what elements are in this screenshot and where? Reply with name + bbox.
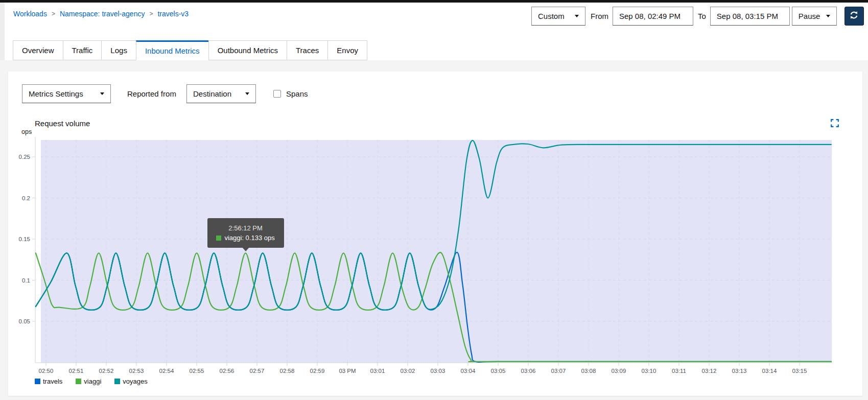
x-tick-label: 02:54 — [159, 368, 174, 374]
x-tick-label: 02:56 — [220, 368, 234, 374]
caret-down-icon — [245, 92, 249, 95]
caret-down-icon — [826, 15, 830, 17]
tooltip-time: 2:56:12 PM — [228, 224, 263, 232]
to-datetime-input[interactable]: Sep 08, 03:15 PM — [710, 7, 790, 26]
spans-control: Spans — [273, 84, 308, 103]
reported-from-label: Reported from — [127, 84, 176, 103]
y-tick-label: 0.25 — [19, 154, 30, 160]
x-tick-label: 03:14 — [762, 368, 777, 374]
workload-detail-tabs: Overview Traffic Logs Inbound Metrics Ou… — [13, 40, 367, 60]
y-tick-label: 0.1 — [22, 277, 30, 284]
refresh-button[interactable] — [844, 7, 864, 26]
tab-overview[interactable]: Overview — [13, 40, 63, 60]
to-datetime-value: Sep 08, 03:15 PM — [717, 12, 778, 20]
tab-traces[interactable]: Traces — [287, 40, 328, 60]
metrics-toolbar: Metrics Settings Reported from Destinati… — [8, 84, 862, 103]
x-tick-label: 03:13 — [732, 368, 747, 374]
spans-label: Spans — [286, 89, 308, 98]
x-tick-label: 02:58 — [280, 368, 295, 374]
legend-item-voyages[interactable]: voyages — [114, 378, 147, 385]
y-tick-label: 0.15 — [19, 236, 30, 242]
tab-inbound-metrics[interactable]: Inbound Metrics — [136, 40, 209, 60]
breadcrumb-link-workloads[interactable]: Workloads — [13, 10, 47, 18]
x-tick-label: 02:59 — [310, 368, 325, 374]
x-tick-label: 03:04 — [461, 368, 476, 374]
legend-swatch-voyages — [114, 379, 120, 384]
refresh-interval-value: Pause — [799, 12, 820, 20]
x-tick-label: 03:10 — [642, 368, 656, 374]
metrics-card: 0.050.10.150.20.2502:5002:5102:5202:5302… — [8, 72, 862, 396]
breadcrumb: Workloads > Namespace: travel-agency > t… — [13, 10, 189, 18]
x-tick-label: 03:02 — [401, 368, 415, 374]
y-tick-label: 0.05 — [19, 318, 30, 324]
x-tick-label: 03:09 — [612, 368, 626, 374]
metrics-settings-label: Metrics Settings — [29, 89, 83, 98]
tooltip-caret — [242, 247, 249, 251]
page-background-band — [0, 60, 868, 72]
reported-from-select[interactable]: Destination — [186, 84, 256, 103]
caret-down-icon — [100, 92, 104, 95]
duration-select-value: Custom — [538, 12, 565, 20]
tab-outbound-metrics[interactable]: Outbound Metrics — [208, 40, 287, 60]
breadcrumb-separator: > — [149, 10, 153, 17]
legend-label: voyages — [123, 378, 147, 385]
plot-area-background — [41, 140, 832, 363]
tab-traffic[interactable]: Traffic — [63, 40, 102, 60]
x-tick-label: 03:01 — [370, 368, 385, 374]
x-tick-label: 03:06 — [521, 368, 536, 374]
y-tick-label: 0.2 — [22, 195, 30, 201]
x-tick-label: 03:03 — [431, 368, 445, 374]
refresh-interval-select[interactable]: Pause — [792, 7, 837, 26]
x-tick-label: 03:15 — [792, 368, 807, 374]
reported-from-value: Destination — [193, 89, 231, 98]
masthead-edge — [0, 0, 868, 3]
from-label: From — [591, 12, 608, 20]
x-tick-label: 02:52 — [99, 368, 114, 374]
metrics-settings-dropdown[interactable]: Metrics Settings — [22, 84, 111, 103]
legend-item-travels[interactable]: travels — [35, 378, 62, 385]
time-range-controls: Custom From Sep 08, 02:49 PM To Sep 08, … — [531, 6, 864, 26]
legend-item-viaggi[interactable]: viaggi — [76, 378, 101, 385]
chart-legend: travelsviaggivoyages — [35, 378, 148, 385]
legend-label: travels — [43, 378, 62, 385]
x-tick-label: 02:53 — [129, 368, 144, 374]
breadcrumb-link-namespace[interactable]: Namespace: travel-agency — [60, 10, 145, 18]
x-tick-label: 02:51 — [69, 368, 84, 374]
duration-select[interactable]: Custom — [531, 7, 585, 26]
request-volume-chart[interactable]: 0.050.10.150.20.2502:5002:5102:5202:5302… — [8, 72, 862, 396]
caret-down-icon — [575, 15, 579, 17]
expand-chart-button[interactable] — [831, 119, 839, 127]
x-tick-label: 03:12 — [702, 368, 717, 374]
tab-envoy[interactable]: Envoy — [327, 40, 367, 60]
x-tick-label: 03:08 — [581, 368, 596, 374]
from-datetime-value: Sep 08, 02:49 PM — [619, 12, 681, 20]
from-datetime-input[interactable]: Sep 08, 02:49 PM — [613, 7, 693, 26]
y-axis-unit-label: ops — [21, 128, 32, 135]
legend-swatch-viaggi — [76, 379, 81, 384]
legend-swatch-travels — [35, 379, 40, 384]
x-tick-label: 02:55 — [190, 368, 204, 374]
x-tick-label: 03:11 — [672, 368, 686, 374]
x-tick-label: 03 PM — [339, 368, 356, 374]
x-tick-label: 02:50 — [39, 368, 54, 374]
sync-icon — [850, 11, 858, 21]
to-label: To — [698, 12, 706, 20]
x-tick-label: 02:57 — [250, 368, 265, 374]
tab-logs[interactable]: Logs — [101, 40, 136, 60]
legend-label: viaggi — [84, 378, 101, 385]
chart-tooltip: 2:56:12 PM viaggi: 0.133 ops — [207, 218, 284, 248]
x-tick-label: 03:07 — [551, 368, 566, 374]
breadcrumb-separator: > — [52, 10, 55, 17]
expand-icon — [831, 120, 839, 129]
breadcrumb-link-workload[interactable]: travels-v3 — [157, 10, 189, 18]
spans-checkbox[interactable] — [273, 90, 281, 98]
x-tick-label: 03:05 — [491, 368, 506, 374]
tooltip-value: viaggi: 0.133 ops — [224, 234, 274, 242]
chart-title: Request volume — [35, 119, 90, 128]
tooltip-series-swatch — [216, 236, 221, 241]
